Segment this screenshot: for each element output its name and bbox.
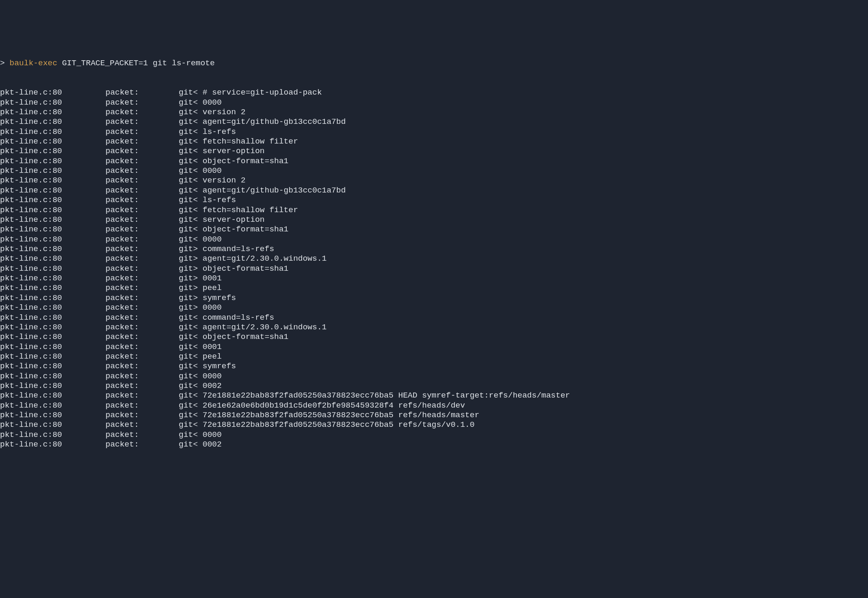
trace-content: git> command=ls-refs [179, 244, 274, 254]
trace-content: git< object-format=sha1 [179, 225, 288, 234]
trace-line: pkt-line.c:80packet:git< object-format=s… [0, 225, 865, 234]
trace-source: pkt-line.c:80 [0, 342, 105, 352]
trace-label: packet: [105, 420, 179, 430]
trace-source: pkt-line.c:80 [0, 215, 105, 225]
trace-label: packet: [105, 264, 179, 274]
trace-label: packet: [105, 254, 179, 264]
trace-content: git< agent=git/2.30.0.windows.1 [179, 323, 326, 332]
trace-label: packet: [105, 352, 179, 362]
terminal-output[interactable]: > baulk-exec GIT_TRACE_PACKET=1 git ls-r… [0, 39, 868, 459]
trace-source: pkt-line.c:80 [0, 332, 105, 342]
trace-source: pkt-line.c:80 [0, 420, 105, 430]
command-prompt-line: > baulk-exec GIT_TRACE_PACKET=1 git ls-r… [0, 59, 865, 68]
trace-line: pkt-line.c:80packet:git< object-format=s… [0, 332, 865, 342]
trace-line: pkt-line.c:80packet:git< 72e1881e22bab83… [0, 420, 865, 430]
trace-content: git< 0000 [179, 166, 222, 175]
prompt-exec: baulk-exec [10, 59, 57, 68]
trace-content: git< ls-refs [179, 127, 236, 136]
trace-content: git< 0000 [179, 235, 222, 244]
trace-source: pkt-line.c:80 [0, 303, 105, 313]
trace-line: pkt-line.c:80packet:git< ls-refs [0, 127, 865, 137]
trace-source: pkt-line.c:80 [0, 157, 105, 166]
trace-label: packet: [105, 440, 179, 449]
trace-content: git< version 2 [179, 108, 246, 117]
trace-source: pkt-line.c:80 [0, 127, 105, 137]
trace-content: git< agent=git/github-gb13cc0c1a7bd [179, 117, 346, 126]
trace-label: packet: [105, 323, 179, 332]
trace-content: git< 72e1881e22bab83f2fad05250a378823ecc… [179, 391, 570, 400]
trace-label: packet: [105, 146, 179, 156]
trace-line: pkt-line.c:80packet:git< 0000 [0, 430, 865, 440]
trace-label: packet: [105, 235, 179, 244]
trace-source: pkt-line.c:80 [0, 401, 105, 411]
trace-source: pkt-line.c:80 [0, 117, 105, 127]
trace-label: packet: [105, 98, 179, 108]
trace-label: packet: [105, 225, 179, 234]
trace-label: packet: [105, 362, 179, 371]
prompt-args: GIT_TRACE_PACKET=1 git ls-remote [57, 59, 215, 68]
trace-label: packet: [105, 381, 179, 391]
trace-source: pkt-line.c:80 [0, 225, 105, 234]
trace-source: pkt-line.c:80 [0, 264, 105, 274]
trace-source: pkt-line.c:80 [0, 137, 105, 146]
trace-source: pkt-line.c:80 [0, 146, 105, 156]
trace-line: pkt-line.c:80packet:git< peel [0, 352, 865, 362]
trace-content: git< # service=git-upload-pack [179, 88, 322, 97]
trace-line: pkt-line.c:80packet:git> symrefs [0, 293, 865, 303]
trace-content: git< 0000 [179, 372, 222, 381]
trace-label: packet: [105, 176, 179, 185]
trace-label: packet: [105, 195, 179, 205]
trace-line: pkt-line.c:80packet:git< object-format=s… [0, 157, 865, 166]
trace-source: pkt-line.c:80 [0, 293, 105, 303]
trace-label: packet: [105, 411, 179, 420]
trace-source: pkt-line.c:80 [0, 430, 105, 440]
trace-line: pkt-line.c:80packet:git< 26e1e62a0e6bd0b… [0, 401, 865, 411]
trace-line: pkt-line.c:80packet:git< version 2 [0, 176, 865, 185]
trace-content: git< 0002 [179, 381, 222, 390]
trace-line: pkt-line.c:80packet:git< 0000 [0, 98, 865, 108]
trace-label: packet: [105, 205, 179, 215]
trace-content: git< 0000 [179, 430, 222, 439]
trace-label: packet: [105, 127, 179, 137]
trace-line: pkt-line.c:80packet:git> agent=git/2.30.… [0, 254, 865, 264]
trace-line: pkt-line.c:80packet:git< 0001 [0, 342, 865, 352]
trace-label: packet: [105, 166, 179, 176]
trace-label: packet: [105, 303, 179, 313]
trace-line: pkt-line.c:80packet:git< server-option [0, 215, 865, 225]
trace-line: pkt-line.c:80packet:git< agent=git/githu… [0, 186, 865, 195]
trace-source: pkt-line.c:80 [0, 88, 105, 98]
trace-line: pkt-line.c:80packet:git< command=ls-refs [0, 313, 865, 323]
trace-label: packet: [105, 108, 179, 117]
trace-line: pkt-line.c:80packet:git< 72e1881e22bab83… [0, 411, 865, 420]
trace-content: git< 0000 [179, 98, 222, 107]
trace-line: pkt-line.c:80packet:git> 0001 [0, 274, 865, 283]
trace-content: git< server-option [179, 146, 265, 156]
trace-line: pkt-line.c:80packet:git< ls-refs [0, 195, 865, 205]
trace-label: packet: [105, 293, 179, 303]
prompt-symbol: > [0, 59, 10, 68]
trace-label: packet: [105, 391, 179, 400]
trace-source: pkt-line.c:80 [0, 411, 105, 420]
trace-label: packet: [105, 274, 179, 283]
trace-source: pkt-line.c:80 [0, 244, 105, 254]
trace-label: packet: [105, 342, 179, 352]
trace-line: pkt-line.c:80packet:git> peel [0, 283, 865, 293]
trace-line: pkt-line.c:80packet:git< 0000 [0, 235, 865, 244]
trace-content: git< version 2 [179, 176, 246, 185]
trace-label: packet: [105, 88, 179, 98]
trace-label: packet: [105, 186, 179, 195]
trace-line: pkt-line.c:80packet:git< # service=git-u… [0, 88, 865, 98]
trace-content: git< ls-refs [179, 195, 236, 205]
trace-source: pkt-line.c:80 [0, 274, 105, 283]
trace-source: pkt-line.c:80 [0, 195, 105, 205]
trace-content: git< server-option [179, 215, 265, 224]
trace-source: pkt-line.c:80 [0, 205, 105, 215]
trace-label: packet: [105, 117, 179, 127]
trace-content: git< peel [179, 352, 222, 361]
trace-source: pkt-line.c:80 [0, 166, 105, 176]
trace-label: packet: [105, 215, 179, 225]
trace-content: git< 72e1881e22bab83f2fad05250a378823ecc… [179, 420, 475, 429]
trace-content: git< object-format=sha1 [179, 332, 288, 341]
trace-line: pkt-line.c:80packet:git< 0002 [0, 381, 865, 391]
trace-line: pkt-line.c:80packet:git< version 2 [0, 108, 865, 117]
